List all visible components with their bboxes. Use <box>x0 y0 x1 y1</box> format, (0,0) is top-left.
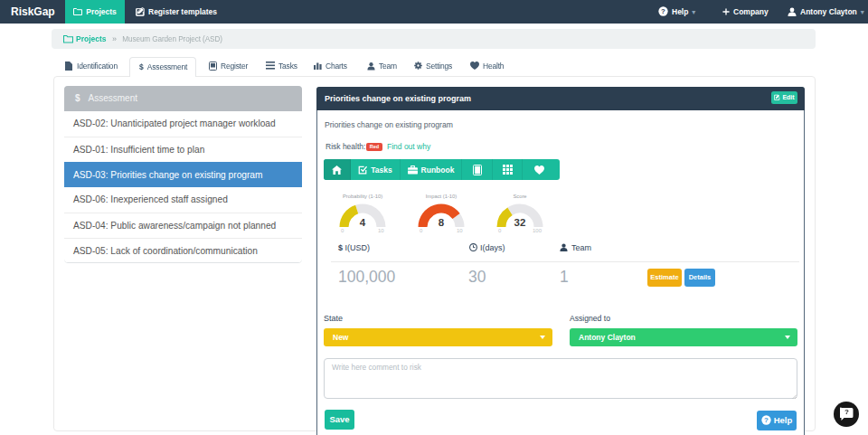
svg-text:?: ? <box>764 416 769 424</box>
svg-text:?: ? <box>661 7 665 15</box>
